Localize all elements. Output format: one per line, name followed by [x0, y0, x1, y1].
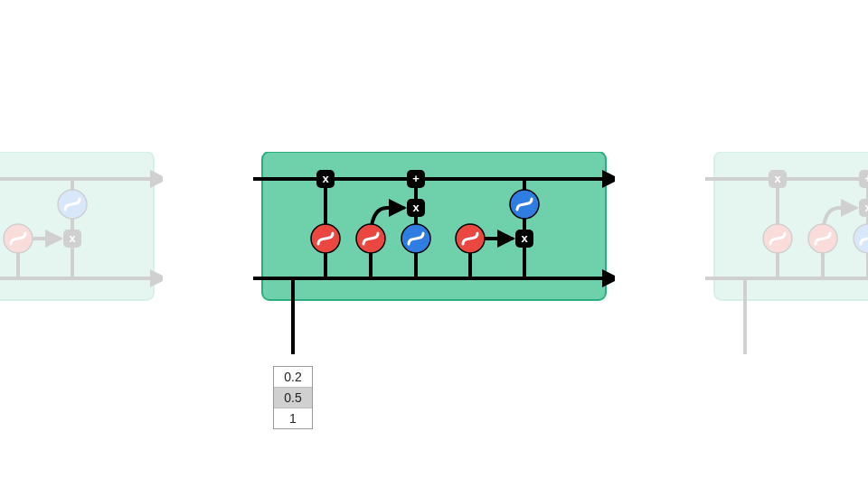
- input-vector[interactable]: 0.2 0.5 1: [273, 366, 313, 429]
- svg-text:x: x: [521, 231, 528, 245]
- gate-input: [356, 224, 385, 253]
- gate-state-tanh: [510, 190, 539, 219]
- gate-output: [456, 224, 485, 253]
- input-value-0[interactable]: 0.2: [274, 367, 312, 388]
- op-input-mult: x: [859, 199, 868, 217]
- lstm-cell: x+xx: [253, 152, 615, 354]
- op-add: +: [859, 170, 868, 188]
- gate-output: [4, 224, 33, 253]
- op-forget-mult: x: [316, 170, 335, 188]
- diagram-stage: x+xx x+xx x+xx 0.2 0.5 1: [0, 0, 868, 488]
- op-output-mult: x: [63, 230, 81, 248]
- op-output-mult: x: [515, 230, 533, 248]
- gate-forget: [311, 224, 340, 253]
- gate-input: [808, 224, 837, 253]
- svg-text:+: +: [412, 172, 420, 185]
- svg-text:x: x: [412, 201, 420, 214]
- gate-candidate: [401, 224, 430, 253]
- op-add: +: [407, 170, 425, 188]
- input-value-1[interactable]: 0.5: [274, 388, 312, 408]
- op-forget-mult: x: [769, 170, 787, 188]
- svg-text:+: +: [864, 172, 868, 185]
- lstm-cell-next: x+xx: [705, 152, 868, 354]
- svg-text:x: x: [774, 172, 781, 185]
- svg-text:x: x: [69, 231, 76, 245]
- svg-text:x: x: [322, 172, 329, 185]
- gate-state-tanh: [58, 190, 87, 219]
- svg-text:x: x: [864, 201, 868, 214]
- input-value-2[interactable]: 1: [274, 408, 312, 428]
- lstm-cell-prev: x+xx: [0, 152, 163, 354]
- op-input-mult: x: [407, 199, 425, 217]
- gate-forget: [763, 224, 792, 253]
